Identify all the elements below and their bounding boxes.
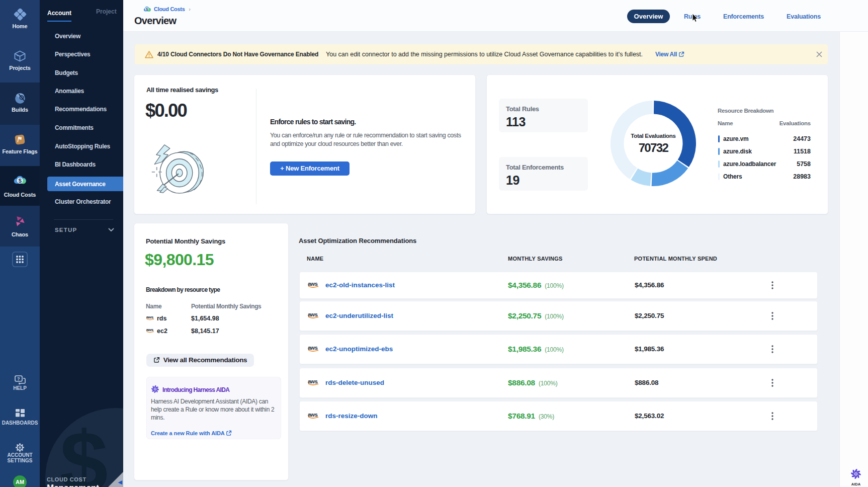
svg-text:?: ?: [17, 376, 20, 381]
svg-text:$: $: [18, 177, 22, 184]
svg-text:$: $: [146, 8, 148, 12]
